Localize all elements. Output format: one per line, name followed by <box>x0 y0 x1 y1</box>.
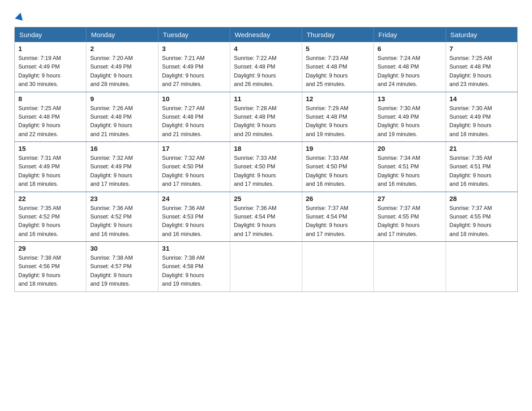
day-cell: 13 Sunrise: 7:30 AM Sunset: 4:49 PM Dayl… <box>374 92 446 142</box>
day-number: 30 <box>90 244 154 252</box>
day-number: 24 <box>162 195 226 202</box>
day-number: 29 <box>18 244 82 252</box>
day-info: Sunrise: 7:37 AM Sunset: 4:55 PM Dayligh… <box>450 204 514 239</box>
day-cell: 3 Sunrise: 7:21 AM Sunset: 4:49 PM Dayli… <box>158 42 230 92</box>
day-info: Sunrise: 7:28 AM Sunset: 4:48 PM Dayligh… <box>234 104 298 139</box>
weekday-header-row: Sunday Monday Tuesday Wednesday Thursday… <box>15 27 518 43</box>
day-number: 22 <box>18 195 82 202</box>
header-tuesday: Tuesday <box>158 27 230 43</box>
day-cell: 19 Sunrise: 7:33 AM Sunset: 4:50 PM Dayl… <box>302 142 373 192</box>
day-info: Sunrise: 7:25 AM Sunset: 4:48 PM Dayligh… <box>450 54 514 89</box>
day-cell: 4 Sunrise: 7:22 AM Sunset: 4:48 PM Dayli… <box>230 42 302 92</box>
day-cell: 6 Sunrise: 7:24 AM Sunset: 4:48 PM Dayli… <box>374 42 446 92</box>
day-cell: 1 Sunrise: 7:19 AM Sunset: 4:49 PM Dayli… <box>15 42 86 92</box>
day-cell: 14 Sunrise: 7:30 AM Sunset: 4:49 PM Dayl… <box>446 92 517 142</box>
day-cell: 12 Sunrise: 7:29 AM Sunset: 4:48 PM Dayl… <box>302 92 373 142</box>
day-number: 12 <box>306 95 370 103</box>
day-number: 17 <box>162 145 226 152</box>
day-number: 14 <box>450 95 514 103</box>
day-info: Sunrise: 7:22 AM Sunset: 4:48 PM Dayligh… <box>234 54 298 89</box>
day-info: Sunrise: 7:25 AM Sunset: 4:48 PM Dayligh… <box>18 104 82 139</box>
day-info: Sunrise: 7:38 AM Sunset: 4:58 PM Dayligh… <box>162 254 226 289</box>
day-info: Sunrise: 7:36 AM Sunset: 4:53 PM Dayligh… <box>162 204 226 239</box>
day-number: 7 <box>450 45 514 52</box>
header-saturday: Saturday <box>446 27 517 43</box>
day-info: Sunrise: 7:36 AM Sunset: 4:52 PM Dayligh… <box>90 204 154 239</box>
day-cell: 23 Sunrise: 7:36 AM Sunset: 4:52 PM Dayl… <box>86 192 158 242</box>
day-cell: 31 Sunrise: 7:38 AM Sunset: 4:58 PM Dayl… <box>158 242 230 292</box>
day-info: Sunrise: 7:33 AM Sunset: 4:50 PM Dayligh… <box>234 154 298 189</box>
day-cell: 15 Sunrise: 7:31 AM Sunset: 4:49 PM Dayl… <box>15 142 86 192</box>
day-cell: 28 Sunrise: 7:37 AM Sunset: 4:55 PM Dayl… <box>446 192 517 242</box>
day-info: Sunrise: 7:33 AM Sunset: 4:50 PM Dayligh… <box>306 154 370 189</box>
day-number: 8 <box>18 95 82 103</box>
day-number: 16 <box>90 145 154 152</box>
day-number: 18 <box>234 145 298 152</box>
page-header <box>14 11 518 20</box>
day-number: 28 <box>450 195 514 202</box>
day-number: 10 <box>162 95 226 103</box>
day-cell: 24 Sunrise: 7:36 AM Sunset: 4:53 PM Dayl… <box>158 192 230 242</box>
week-row-3: 15 Sunrise: 7:31 AM Sunset: 4:49 PM Dayl… <box>15 142 518 192</box>
day-cell: 17 Sunrise: 7:32 AM Sunset: 4:50 PM Dayl… <box>158 142 230 192</box>
day-info: Sunrise: 7:23 AM Sunset: 4:48 PM Dayligh… <box>306 54 370 89</box>
logo <box>14 13 24 20</box>
day-info: Sunrise: 7:38 AM Sunset: 4:57 PM Dayligh… <box>90 254 154 289</box>
day-cell: 18 Sunrise: 7:33 AM Sunset: 4:50 PM Dayl… <box>230 142 302 192</box>
day-number: 25 <box>234 195 298 202</box>
logo-triangle-icon <box>15 12 25 21</box>
day-info: Sunrise: 7:34 AM Sunset: 4:51 PM Dayligh… <box>378 154 442 189</box>
day-cell: 22 Sunrise: 7:35 AM Sunset: 4:52 PM Dayl… <box>15 192 86 242</box>
day-cell: 9 Sunrise: 7:26 AM Sunset: 4:48 PM Dayli… <box>86 92 158 142</box>
day-info: Sunrise: 7:31 AM Sunset: 4:49 PM Dayligh… <box>18 154 82 189</box>
day-info: Sunrise: 7:37 AM Sunset: 4:55 PM Dayligh… <box>378 204 442 239</box>
day-number: 19 <box>306 145 370 152</box>
day-number: 4 <box>234 45 298 52</box>
day-info: Sunrise: 7:30 AM Sunset: 4:49 PM Dayligh… <box>450 104 514 139</box>
day-info: Sunrise: 7:27 AM Sunset: 4:48 PM Dayligh… <box>162 104 226 139</box>
day-info: Sunrise: 7:24 AM Sunset: 4:48 PM Dayligh… <box>378 54 442 89</box>
day-info: Sunrise: 7:37 AM Sunset: 4:54 PM Dayligh… <box>306 204 370 239</box>
day-cell: 8 Sunrise: 7:25 AM Sunset: 4:48 PM Dayli… <box>15 92 86 142</box>
day-cell <box>446 242 517 292</box>
day-cell <box>374 242 446 292</box>
day-info: Sunrise: 7:29 AM Sunset: 4:48 PM Dayligh… <box>306 104 370 139</box>
day-number: 9 <box>90 95 154 103</box>
day-cell: 5 Sunrise: 7:23 AM Sunset: 4:48 PM Dayli… <box>302 42 373 92</box>
day-number: 21 <box>450 145 514 152</box>
header-friday: Friday <box>374 27 446 43</box>
calendar-table: Sunday Monday Tuesday Wednesday Thursday… <box>14 27 518 292</box>
day-cell <box>302 242 373 292</box>
day-number: 5 <box>306 45 370 52</box>
day-info: Sunrise: 7:35 AM Sunset: 4:51 PM Dayligh… <box>450 154 514 189</box>
day-number: 20 <box>378 145 442 152</box>
day-cell: 26 Sunrise: 7:37 AM Sunset: 4:54 PM Dayl… <box>302 192 373 242</box>
day-cell: 2 Sunrise: 7:20 AM Sunset: 4:49 PM Dayli… <box>86 42 158 92</box>
day-info: Sunrise: 7:26 AM Sunset: 4:48 PM Dayligh… <box>90 104 154 139</box>
day-number: 26 <box>306 195 370 202</box>
day-cell: 7 Sunrise: 7:25 AM Sunset: 4:48 PM Dayli… <box>446 42 517 92</box>
day-info: Sunrise: 7:36 AM Sunset: 4:54 PM Dayligh… <box>234 204 298 239</box>
day-info: Sunrise: 7:30 AM Sunset: 4:49 PM Dayligh… <box>378 104 442 139</box>
day-number: 2 <box>90 45 154 52</box>
day-info: Sunrise: 7:32 AM Sunset: 4:50 PM Dayligh… <box>162 154 226 189</box>
day-info: Sunrise: 7:38 AM Sunset: 4:56 PM Dayligh… <box>18 254 82 289</box>
day-cell: 21 Sunrise: 7:35 AM Sunset: 4:51 PM Dayl… <box>446 142 517 192</box>
day-cell: 20 Sunrise: 7:34 AM Sunset: 4:51 PM Dayl… <box>374 142 446 192</box>
day-cell: 30 Sunrise: 7:38 AM Sunset: 4:57 PM Dayl… <box>86 242 158 292</box>
day-cell: 11 Sunrise: 7:28 AM Sunset: 4:48 PM Dayl… <box>230 92 302 142</box>
day-number: 1 <box>18 45 82 52</box>
week-row-1: 1 Sunrise: 7:19 AM Sunset: 4:49 PM Dayli… <box>15 42 518 92</box>
day-cell: 29 Sunrise: 7:38 AM Sunset: 4:56 PM Dayl… <box>15 242 86 292</box>
day-number: 15 <box>18 145 82 152</box>
day-info: Sunrise: 7:21 AM Sunset: 4:49 PM Dayligh… <box>162 54 226 89</box>
day-number: 3 <box>162 45 226 52</box>
day-info: Sunrise: 7:32 AM Sunset: 4:49 PM Dayligh… <box>90 154 154 189</box>
day-info: Sunrise: 7:35 AM Sunset: 4:52 PM Dayligh… <box>18 204 82 239</box>
day-number: 31 <box>162 244 226 252</box>
day-cell: 25 Sunrise: 7:36 AM Sunset: 4:54 PM Dayl… <box>230 192 302 242</box>
week-row-5: 29 Sunrise: 7:38 AM Sunset: 4:56 PM Dayl… <box>15 242 518 292</box>
logo-line1 <box>14 13 24 21</box>
day-cell <box>230 242 302 292</box>
day-cell: 27 Sunrise: 7:37 AM Sunset: 4:55 PM Dayl… <box>374 192 446 242</box>
